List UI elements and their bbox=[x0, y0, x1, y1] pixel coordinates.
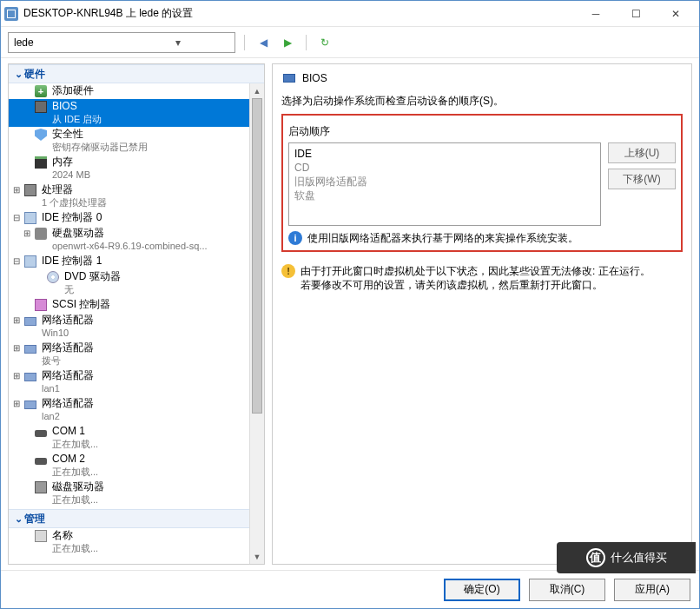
section-hardware[interactable]: ⌄ 硬件 bbox=[9, 64, 264, 83]
warning-icon: ! bbox=[281, 264, 295, 278]
move-up-button[interactable]: 上移(U) bbox=[608, 142, 676, 163]
warning-text: 由于打开此窗口时虚拟机处于以下状态，因此某些设置无法修改: 正在运行。 若要修改… bbox=[300, 264, 650, 292]
tree-add-hardware[interactable]: 添加硬件 bbox=[9, 83, 249, 99]
expand-icon[interactable]: ⊞ bbox=[21, 227, 33, 241]
collapse-icon[interactable]: ⊟ bbox=[10, 211, 23, 225]
tree-hdd[interactable]: ⊞ 硬盘驱动器 openwrt-x64-R9.6.19-combined-sq.… bbox=[9, 226, 249, 254]
toolbar: lede ▾ ◀ ▶ ↻ bbox=[1, 27, 699, 58]
right-panel: BIOS 选择为启动操作系统而检查启动设备的顺序(S)。 启动顺序 IDE CD… bbox=[272, 63, 692, 565]
close-button[interactable]: ✕ bbox=[656, 1, 696, 27]
scsi-icon bbox=[35, 299, 47, 311]
chevron-down-icon: ⌄ bbox=[12, 69, 24, 80]
tree-bios[interactable]: BIOS 从 IDE 启动 bbox=[9, 99, 249, 127]
app-icon bbox=[4, 7, 18, 21]
highlight-box: 启动顺序 IDE CD 旧版网络适配器 软盘 上移(U) 下移(W) bbox=[281, 114, 683, 252]
move-down-button[interactable]: 下移(W) bbox=[608, 169, 676, 189]
nic-icon bbox=[24, 345, 36, 354]
nav-back-button[interactable]: ◀ bbox=[254, 33, 273, 52]
tree-nic3[interactable]: ⊞ 网络适配器 lan1 bbox=[9, 368, 249, 396]
titlebar: DESKTOP-KNRL94B 上 lede 的设置 ─ ☐ ✕ bbox=[1, 1, 699, 27]
tree-nic2[interactable]: ⊞ 网络适配器 拨号 bbox=[9, 341, 249, 368]
tree-com2[interactable]: COM 2 正在加载... bbox=[9, 452, 249, 480]
chevron-down-icon: ⌄ bbox=[12, 513, 24, 525]
start-button[interactable]: ▶ bbox=[278, 33, 297, 52]
controller-icon bbox=[24, 255, 36, 268]
tree-scsi[interactable]: SCSI 控制器 bbox=[9, 297, 249, 313]
expand-icon[interactable]: ⊞ bbox=[10, 183, 23, 197]
maximize-button[interactable]: ☐ bbox=[616, 1, 656, 27]
expand-icon[interactable]: ⊞ bbox=[10, 397, 23, 411]
scroll-up-icon[interactable]: ▲ bbox=[250, 83, 264, 98]
refresh-button[interactable]: ↻ bbox=[315, 33, 334, 52]
add-icon bbox=[35, 85, 47, 97]
hardware-tree: 添加硬件 BIOS 从 IDE 启动 安全性 密钥存储驱动器已禁用 bbox=[9, 83, 249, 564]
watermark-text: 什么值得买 bbox=[611, 550, 667, 566]
nic-icon bbox=[24, 373, 36, 381]
shield-icon bbox=[35, 129, 47, 141]
expand-icon[interactable]: ⊞ bbox=[10, 369, 23, 383]
scroll-down-icon[interactable]: ▼ bbox=[250, 549, 264, 564]
minimize-button[interactable]: ─ bbox=[576, 1, 616, 27]
tree-ide1[interactable]: ⊟ IDE 控制器 1 bbox=[9, 254, 249, 269]
panel-title: BIOS bbox=[302, 72, 327, 84]
left-panel: ⌄ 硬件 添加硬件 BIOS 从 IDE 启动 bbox=[8, 63, 265, 565]
list-item[interactable]: 软盘 bbox=[294, 189, 595, 202]
chevron-down-icon: ▾ bbox=[122, 33, 234, 52]
chip-icon bbox=[35, 101, 47, 113]
tree-cpu[interactable]: ⊞ 处理器 1 个虚拟处理器 bbox=[9, 182, 249, 210]
info-text: 使用旧版网络适配器来执行基于网络的来宾操作系统安装。 bbox=[307, 231, 578, 245]
info-icon: i bbox=[288, 231, 302, 245]
expand-icon[interactable]: ⊞ bbox=[10, 314, 23, 328]
floppy-icon bbox=[35, 481, 47, 493]
boot-order-list[interactable]: IDE CD 旧版网络适配器 软盘 bbox=[288, 142, 601, 226]
tag-icon bbox=[35, 530, 47, 542]
boot-order-group: 启动顺序 IDE CD 旧版网络适配器 软盘 上移(U) 下移(W) bbox=[288, 124, 676, 245]
tree-memory[interactable]: 内存 2024 MB bbox=[9, 155, 249, 182]
list-item[interactable]: 旧版网络适配器 bbox=[294, 175, 595, 189]
dialog-footer: 确定(O) 取消(C) 应用(A) bbox=[1, 570, 699, 608]
list-item[interactable]: IDE bbox=[294, 147, 595, 161]
separator bbox=[306, 35, 307, 50]
list-item[interactable]: CD bbox=[294, 161, 595, 175]
group-label: 启动顺序 bbox=[288, 124, 676, 139]
watermark: 值 什么值得买 bbox=[557, 542, 696, 573]
cancel-button[interactable]: 取消(C) bbox=[529, 579, 605, 601]
tree-nic4[interactable]: ⊞ 网络适配器 lan2 bbox=[9, 396, 249, 424]
scroll-thumb[interactable] bbox=[252, 98, 262, 414]
tree-dvd[interactable]: DVD 驱动器 无 bbox=[9, 269, 249, 297]
tree-floppy[interactable]: 磁盘驱动器 正在加载... bbox=[9, 480, 249, 507]
hdd-icon bbox=[35, 228, 47, 240]
separator bbox=[244, 35, 245, 50]
tree-com1[interactable]: COM 1 正在加载... bbox=[9, 424, 249, 452]
cpu-icon bbox=[24, 184, 36, 196]
dvd-icon bbox=[47, 271, 59, 283]
serial-icon bbox=[35, 458, 47, 465]
collapse-icon[interactable]: ⊟ bbox=[10, 255, 23, 268]
apply-button[interactable]: 应用(A) bbox=[614, 579, 690, 601]
ok-button[interactable]: 确定(O) bbox=[444, 579, 520, 601]
tree-nic1[interactable]: ⊞ 网络适配器 Win10 bbox=[9, 313, 249, 341]
serial-icon bbox=[35, 430, 47, 437]
nic-icon bbox=[24, 400, 36, 409]
section-label: 硬件 bbox=[24, 67, 45, 82]
section-management[interactable]: ⌄ 管理 bbox=[9, 509, 249, 528]
bios-icon bbox=[283, 74, 295, 83]
panel-header: BIOS bbox=[281, 71, 683, 85]
tree-name[interactable]: 名称 正在加载... bbox=[9, 528, 249, 556]
controller-icon bbox=[24, 212, 36, 224]
nic-icon bbox=[24, 317, 36, 326]
watermark-icon: 值 bbox=[586, 548, 605, 567]
vm-selector-value: lede bbox=[9, 36, 122, 49]
section-label: 管理 bbox=[24, 512, 45, 526]
memory-icon bbox=[35, 156, 47, 169]
scrollbar[interactable]: ▲ ▼ bbox=[249, 83, 264, 564]
vm-selector[interactable]: lede ▾ bbox=[8, 32, 235, 53]
window-title: DESKTOP-KNRL94B 上 lede 的设置 bbox=[23, 6, 576, 21]
panel-desc: 选择为启动操作系统而检查启动设备的顺序(S)。 bbox=[281, 94, 683, 109]
tree-security[interactable]: 安全性 密钥存储驱动器已禁用 bbox=[9, 127, 249, 155]
tree-ide0[interactable]: ⊟ IDE 控制器 0 bbox=[9, 210, 249, 226]
expand-icon[interactable]: ⊞ bbox=[10, 341, 23, 355]
